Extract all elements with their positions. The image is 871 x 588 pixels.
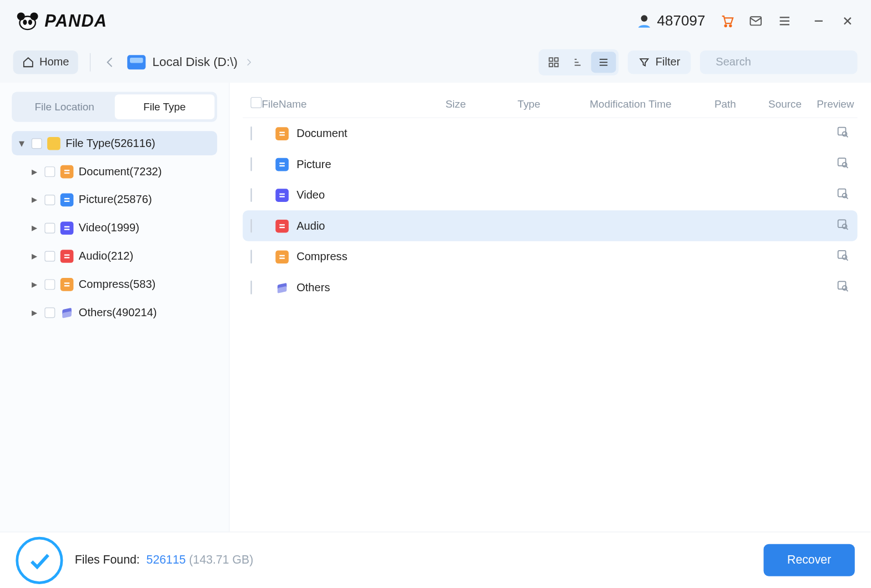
footer: Files Found: 526115 (143.71 GB) Recover <box>0 531 870 588</box>
col-size[interactable]: Size <box>445 98 517 110</box>
aud-icon <box>275 219 289 232</box>
svg-rect-38 <box>838 220 846 227</box>
table-body: DocumentPictureVideoAudioCompressOthers <box>243 118 857 303</box>
tree-item-video[interactable]: ▸Video(1999) <box>25 216 217 240</box>
caret-right-icon: ▸ <box>30 165 39 179</box>
search-input[interactable] <box>716 55 855 69</box>
recover-button[interactable]: Recover <box>763 544 854 576</box>
row-checkbox[interactable] <box>250 219 251 232</box>
row-checkbox[interactable] <box>250 188 251 202</box>
menu-icon[interactable] <box>777 14 792 28</box>
preview-icon[interactable] <box>837 279 850 292</box>
files-found-text: Files Found: 526115 (143.71 GB) <box>75 553 254 567</box>
app-logo: PANDA <box>16 11 107 31</box>
table-row[interactable]: Document <box>243 118 857 149</box>
row-checkbox[interactable] <box>250 250 251 263</box>
col-filename[interactable]: FileName <box>262 98 446 110</box>
user-points[interactable]: 487097 <box>636 12 706 29</box>
tab-file-location[interactable]: File Location <box>14 94 114 119</box>
tree-item-label: Document(7232) <box>79 165 162 178</box>
breadcrumb[interactable]: Local Disk (D:\) <box>128 55 254 69</box>
tree-root-file-type[interactable]: ▾ File Type(526116) <box>12 131 217 155</box>
col-path[interactable]: Path <box>714 98 736 110</box>
vid-icon <box>61 221 74 235</box>
check-icon <box>26 547 52 573</box>
svg-rect-16 <box>64 197 69 199</box>
row-name: Audio <box>296 219 325 232</box>
svg-rect-25 <box>279 134 284 135</box>
tree-item-compress[interactable]: ▸Compress(583) <box>25 272 217 296</box>
sidebar-tabs: File Location File Type <box>12 92 217 121</box>
checkbox[interactable] <box>44 222 55 233</box>
table-row[interactable]: Video <box>243 180 857 211</box>
svg-point-7 <box>729 25 731 27</box>
search-box[interactable] <box>700 50 858 74</box>
checkbox[interactable] <box>44 166 55 177</box>
svg-point-2 <box>30 12 38 20</box>
row-checkbox[interactable] <box>250 157 251 171</box>
svg-rect-14 <box>64 169 69 170</box>
app-name: PANDA <box>44 11 107 31</box>
svg-point-6 <box>725 25 727 27</box>
tree-item-picture[interactable]: ▸Picture(25876) <box>25 187 217 212</box>
scan-complete-badge <box>16 536 63 584</box>
table-row[interactable]: Picture <box>243 149 857 180</box>
tree-item-label: Others(490214) <box>79 306 157 319</box>
caret-right-icon: ▸ <box>30 221 39 235</box>
mail-icon[interactable] <box>748 14 763 28</box>
svg-point-4 <box>28 19 32 24</box>
table-header: FileName Size Type Modification Time Pat… <box>243 90 857 118</box>
col-type[interactable]: Type <box>517 98 590 110</box>
table-row[interactable]: Audio <box>243 210 857 241</box>
svg-rect-34 <box>838 189 846 197</box>
aud-icon <box>61 250 74 263</box>
checkbox[interactable] <box>44 279 55 290</box>
view-grid-button[interactable] <box>541 52 566 73</box>
view-list-button[interactable] <box>591 52 616 73</box>
svg-rect-18 <box>64 226 69 227</box>
row-checkbox[interactable] <box>250 280 251 294</box>
checkbox[interactable] <box>44 251 55 261</box>
checkbox[interactable] <box>44 307 55 318</box>
checkbox[interactable] <box>44 194 55 205</box>
tab-file-type[interactable]: File Type <box>114 94 214 119</box>
view-detail-button[interactable] <box>566 52 591 73</box>
col-source[interactable]: Source <box>736 98 802 110</box>
svg-rect-22 <box>64 282 69 283</box>
home-button[interactable]: Home <box>13 50 78 74</box>
checkbox[interactable] <box>32 138 42 149</box>
home-icon <box>22 56 34 68</box>
col-mtime[interactable]: Modification Time <box>590 98 714 110</box>
svg-rect-20 <box>64 254 69 255</box>
tree-children: ▸Document(7232)▸Picture(25876)▸Video(199… <box>25 159 217 325</box>
chevron-right-icon <box>244 57 254 67</box>
row-name: Compress <box>296 250 348 263</box>
tree-root-label: File Type(526116) <box>66 136 155 150</box>
preview-icon[interactable] <box>837 249 850 262</box>
col-preview[interactable]: Preview <box>802 98 854 110</box>
table-row[interactable]: Compress <box>243 241 857 272</box>
svg-rect-19 <box>64 229 69 230</box>
preview-icon[interactable] <box>837 217 850 231</box>
window-close-icon[interactable] <box>840 14 855 28</box>
preview-icon[interactable] <box>837 125 850 139</box>
tree-item-others[interactable]: ▸Others(490214) <box>25 300 217 325</box>
row-checkbox[interactable] <box>250 126 251 140</box>
nav-back-button[interactable] <box>103 54 118 69</box>
filter-icon <box>638 56 650 68</box>
svg-rect-37 <box>279 226 284 227</box>
select-all-checkbox[interactable] <box>250 97 261 108</box>
preview-icon[interactable] <box>837 187 850 200</box>
tree-item-document[interactable]: ▸Document(7232) <box>25 159 217 184</box>
table-row[interactable]: Others <box>243 272 857 303</box>
view-toggle <box>538 49 618 75</box>
filter-button[interactable]: Filter <box>628 50 691 74</box>
tree-item-audio[interactable]: ▸Audio(212) <box>25 244 217 268</box>
svg-point-1 <box>17 12 25 20</box>
window-minimize-icon[interactable] <box>812 14 826 28</box>
svg-point-3 <box>23 19 27 24</box>
preview-icon[interactable] <box>837 156 850 169</box>
svg-rect-9 <box>550 58 553 61</box>
svg-rect-30 <box>838 158 846 166</box>
cart-icon[interactable] <box>719 14 734 28</box>
